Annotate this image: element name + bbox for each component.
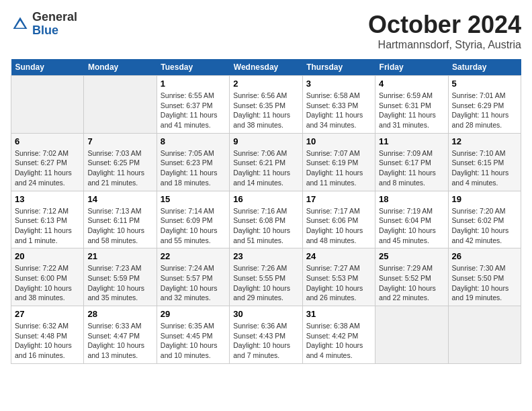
calendar-cell: 1Sunrise: 6:55 AMSunset: 6:37 PMDaylight… <box>157 76 229 134</box>
calendar-cell: 14Sunrise: 7:13 AMSunset: 6:11 PMDayligh… <box>84 191 157 248</box>
day-number: 13 <box>15 194 80 204</box>
day-info: Sunrise: 7:20 AMSunset: 6:02 PMDaylight:… <box>452 206 517 246</box>
calendar-cell: 23Sunrise: 7:26 AMSunset: 5:55 PMDayligh… <box>230 248 302 306</box>
weekday-header: Friday <box>375 59 448 76</box>
calendar-cell: 27Sunrise: 6:32 AMSunset: 4:48 PMDayligh… <box>11 306 84 364</box>
day-info: Sunrise: 6:58 AMSunset: 6:33 PMDaylight:… <box>306 91 371 130</box>
day-number: 25 <box>379 251 444 261</box>
day-number: 24 <box>306 251 371 261</box>
calendar-cell: 21Sunrise: 7:23 AMSunset: 5:59 PMDayligh… <box>84 248 157 306</box>
weekday-header: Thursday <box>302 59 375 76</box>
day-info: Sunrise: 6:35 AMSunset: 4:45 PMDaylight:… <box>161 321 226 361</box>
calendar-cell: 4Sunrise: 6:59 AMSunset: 6:31 PMDaylight… <box>375 76 448 134</box>
day-number: 23 <box>233 251 298 261</box>
day-number: 17 <box>306 194 371 204</box>
day-info: Sunrise: 7:22 AMSunset: 6:00 PMDaylight:… <box>15 263 80 303</box>
calendar-header: SundayMondayTuesdayWednesdayThursdayFrid… <box>11 59 521 76</box>
calendar-cell: 24Sunrise: 7:27 AMSunset: 5:53 PMDayligh… <box>302 248 375 306</box>
calendar-cell: 22Sunrise: 7:24 AMSunset: 5:57 PMDayligh… <box>157 248 229 306</box>
logo-icon <box>11 15 30 34</box>
calendar-cell: 29Sunrise: 6:35 AMSunset: 4:45 PMDayligh… <box>157 306 229 364</box>
calendar-cell: 2Sunrise: 6:56 AMSunset: 6:35 PMDaylight… <box>230 76 302 134</box>
calendar-cell: 25Sunrise: 7:29 AMSunset: 5:52 PMDayligh… <box>375 248 448 306</box>
day-number: 14 <box>87 194 152 204</box>
day-info: Sunrise: 7:30 AMSunset: 5:50 PMDaylight:… <box>452 263 517 303</box>
logo-general-text: General <box>32 10 77 24</box>
day-number: 3 <box>306 79 371 89</box>
calendar-cell: 30Sunrise: 6:36 AMSunset: 4:43 PMDayligh… <box>230 306 302 364</box>
day-number: 8 <box>161 136 226 146</box>
day-number: 6 <box>15 136 80 146</box>
month-title: October 2024 <box>368 11 521 39</box>
day-info: Sunrise: 6:33 AMSunset: 4:47 PMDaylight:… <box>87 321 152 361</box>
day-info: Sunrise: 6:38 AMSunset: 4:42 PMDaylight:… <box>306 321 371 361</box>
day-info: Sunrise: 7:09 AMSunset: 6:17 PMDaylight:… <box>379 148 444 188</box>
logo: General Blue <box>11 11 77 38</box>
day-info: Sunrise: 7:05 AMSunset: 6:23 PMDaylight:… <box>161 148 226 188</box>
day-info: Sunrise: 6:56 AMSunset: 6:35 PMDaylight:… <box>233 91 298 130</box>
day-number: 16 <box>233 194 298 204</box>
day-info: Sunrise: 7:17 AMSunset: 6:06 PMDaylight:… <box>306 206 371 246</box>
day-number: 29 <box>161 309 226 319</box>
day-number: 5 <box>452 79 517 89</box>
day-number: 31 <box>306 309 371 319</box>
calendar-cell <box>375 306 448 364</box>
page-header: General Blue October 2024 Hartmannsdorf,… <box>11 11 521 51</box>
calendar-cell: 19Sunrise: 7:20 AMSunset: 6:02 PMDayligh… <box>448 191 521 248</box>
calendar-cell: 16Sunrise: 7:16 AMSunset: 6:08 PMDayligh… <box>230 191 302 248</box>
weekday-header: Monday <box>84 59 157 76</box>
weekday-header: Wednesday <box>230 59 302 76</box>
day-info: Sunrise: 6:55 AMSunset: 6:37 PMDaylight:… <box>161 91 226 130</box>
day-info: Sunrise: 7:16 AMSunset: 6:08 PMDaylight:… <box>233 206 298 246</box>
day-number: 2 <box>233 79 298 89</box>
day-number: 15 <box>161 194 226 204</box>
calendar-cell: 6Sunrise: 7:02 AMSunset: 6:27 PMDaylight… <box>11 133 84 191</box>
day-number: 7 <box>87 136 152 146</box>
calendar-cell: 26Sunrise: 7:30 AMSunset: 5:50 PMDayligh… <box>448 248 521 306</box>
calendar-cell: 9Sunrise: 7:06 AMSunset: 6:21 PMDaylight… <box>230 133 302 191</box>
day-info: Sunrise: 7:26 AMSunset: 5:55 PMDaylight:… <box>233 263 298 303</box>
day-number: 26 <box>452 251 517 261</box>
calendar-cell: 10Sunrise: 7:07 AMSunset: 6:19 PMDayligh… <box>302 133 375 191</box>
calendar-cell: 11Sunrise: 7:09 AMSunset: 6:17 PMDayligh… <box>375 133 448 191</box>
day-info: Sunrise: 7:27 AMSunset: 5:53 PMDaylight:… <box>306 263 371 303</box>
day-info: Sunrise: 6:59 AMSunset: 6:31 PMDaylight:… <box>379 91 444 130</box>
calendar-cell: 15Sunrise: 7:14 AMSunset: 6:09 PMDayligh… <box>157 191 229 248</box>
day-info: Sunrise: 7:02 AMSunset: 6:27 PMDaylight:… <box>15 148 80 188</box>
calendar-cell: 5Sunrise: 7:01 AMSunset: 6:29 PMDaylight… <box>448 76 521 134</box>
day-info: Sunrise: 7:12 AMSunset: 6:13 PMDaylight:… <box>15 206 80 246</box>
day-info: Sunrise: 7:29 AMSunset: 5:52 PMDaylight:… <box>379 263 444 303</box>
day-number: 19 <box>452 194 517 204</box>
calendar-cell <box>448 306 521 364</box>
day-number: 4 <box>379 79 444 89</box>
day-info: Sunrise: 7:14 AMSunset: 6:09 PMDaylight:… <box>161 206 226 246</box>
calendar-cell: 17Sunrise: 7:17 AMSunset: 6:06 PMDayligh… <box>302 191 375 248</box>
weekday-header: Saturday <box>448 59 521 76</box>
calendar-cell: 3Sunrise: 6:58 AMSunset: 6:33 PMDaylight… <box>302 76 375 134</box>
day-number: 9 <box>233 136 298 146</box>
calendar-cell: 28Sunrise: 6:33 AMSunset: 4:47 PMDayligh… <box>84 306 157 364</box>
day-number: 22 <box>161 251 226 261</box>
location-subtitle: Hartmannsdorf, Styria, Austria <box>368 39 521 51</box>
logo-blue-text: Blue <box>32 24 58 37</box>
calendar-cell: 13Sunrise: 7:12 AMSunset: 6:13 PMDayligh… <box>11 191 84 248</box>
day-info: Sunrise: 7:13 AMSunset: 6:11 PMDaylight:… <box>87 206 152 246</box>
day-info: Sunrise: 6:32 AMSunset: 4:48 PMDaylight:… <box>15 321 80 361</box>
day-info: Sunrise: 7:01 AMSunset: 6:29 PMDaylight:… <box>452 91 517 130</box>
calendar-cell: 8Sunrise: 7:05 AMSunset: 6:23 PMDaylight… <box>157 133 229 191</box>
calendar-cell: 12Sunrise: 7:10 AMSunset: 6:15 PMDayligh… <box>448 133 521 191</box>
weekday-header: Tuesday <box>157 59 229 76</box>
day-info: Sunrise: 7:23 AMSunset: 5:59 PMDaylight:… <box>87 263 152 303</box>
day-info: Sunrise: 7:19 AMSunset: 6:04 PMDaylight:… <box>379 206 444 246</box>
day-info: Sunrise: 7:03 AMSunset: 6:25 PMDaylight:… <box>87 148 152 188</box>
day-number: 11 <box>379 136 444 146</box>
calendar-table: SundayMondayTuesdayWednesdayThursdayFrid… <box>11 59 521 364</box>
day-number: 18 <box>379 194 444 204</box>
day-info: Sunrise: 7:07 AMSunset: 6:19 PMDaylight:… <box>306 148 371 188</box>
day-info: Sunrise: 6:36 AMSunset: 4:43 PMDaylight:… <box>233 321 298 361</box>
day-number: 21 <box>87 251 152 261</box>
calendar-cell: 18Sunrise: 7:19 AMSunset: 6:04 PMDayligh… <box>375 191 448 248</box>
day-number: 20 <box>15 251 80 261</box>
day-info: Sunrise: 7:24 AMSunset: 5:57 PMDaylight:… <box>161 263 226 303</box>
calendar-cell <box>11 76 84 134</box>
